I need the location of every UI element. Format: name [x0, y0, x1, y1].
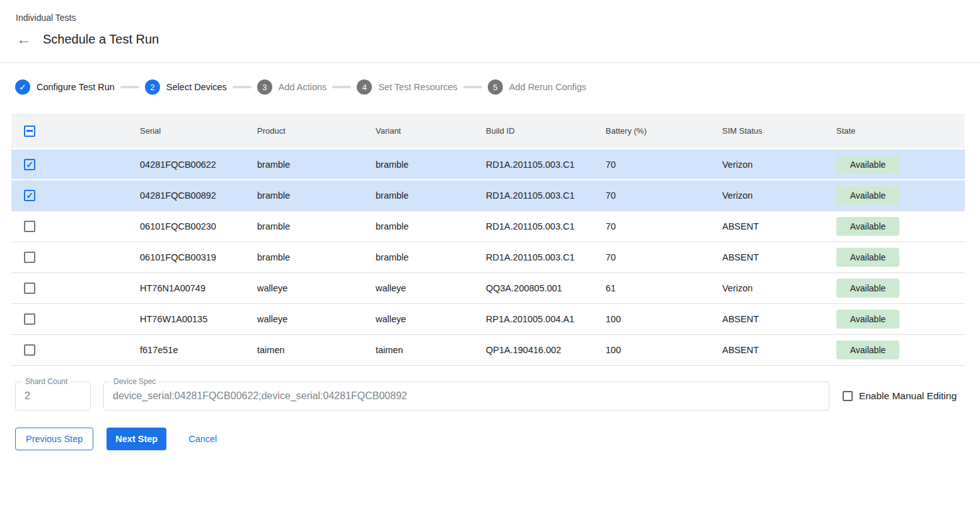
- shard-count-label: Shard Count: [22, 377, 71, 386]
- cancel-button[interactable]: Cancel: [178, 428, 227, 450]
- cell-product: walleye: [257, 272, 376, 303]
- column-header-variant: Variant: [376, 114, 486, 149]
- table-row[interactable]: ✓ 04281FQCB00892 bramble bramble RD1A.20…: [11, 180, 965, 211]
- shard-count-input[interactable]: [16, 382, 90, 410]
- cell-battery: 61: [606, 272, 722, 303]
- cell-product: taimen: [257, 334, 376, 365]
- row-checkbox[interactable]: [24, 283, 35, 294]
- back-button[interactable]: ←: [11, 26, 37, 52]
- cell-serial: 06101FQCB00319: [140, 242, 257, 272]
- cell-build-id: RP1A.201005.004.A1: [486, 303, 606, 334]
- state-badge: Available: [836, 155, 899, 174]
- cell-sim-status: ABSENT: [722, 334, 836, 365]
- enable-manual-editing-control[interactable]: Enable Manual Editing: [843, 390, 957, 402]
- cell-battery: 100: [606, 334, 722, 365]
- step-label: Configure Test Run: [37, 82, 115, 92]
- step-number-circle: 3: [257, 79, 272, 95]
- row-checkbox[interactable]: ✓: [24, 190, 35, 201]
- cell-battery: 70: [606, 180, 722, 211]
- cell-serial: f617e51e: [140, 334, 257, 365]
- shard-count-field: Shard Count: [15, 382, 91, 411]
- cell-sim-status: Verizon: [722, 272, 836, 303]
- cell-sim-status: ABSENT: [722, 303, 836, 334]
- cell-variant: bramble: [376, 211, 486, 242]
- cell-battery: 70: [606, 149, 722, 180]
- stepper-connector: [120, 86, 139, 88]
- table-row[interactable]: 06101FQCB00319 bramble bramble RD1A.2011…: [11, 242, 965, 272]
- cell-variant: taimen: [376, 334, 486, 365]
- cell-sim-status: Verizon: [722, 180, 836, 211]
- state-badge: Available: [836, 279, 899, 298]
- cell-variant: bramble: [376, 242, 486, 272]
- cell-variant: bramble: [376, 149, 486, 180]
- cell-serial: HT76W1A00135: [140, 303, 257, 334]
- column-header-battery: Battery (%): [606, 114, 722, 149]
- action-buttons: Previous Step Next Step Cancel: [15, 428, 965, 450]
- table-row[interactable]: ✓ 04281FQCB00622 bramble bramble RD1A.20…: [11, 149, 965, 180]
- state-badge: Available: [836, 186, 899, 205]
- table-row[interactable]: 06101FQCB00230 bramble bramble RD1A.2011…: [11, 211, 965, 242]
- cell-build-id: RD1A.201105.003.C1: [486, 242, 606, 272]
- stepper-step-add-actions[interactable]: 3 Add Actions: [257, 79, 327, 95]
- cell-variant: bramble: [376, 180, 486, 211]
- select-all-checkbox[interactable]: [24, 125, 35, 137]
- cell-build-id: RD1A.201105.003.C1: [486, 180, 606, 211]
- next-step-button[interactable]: Next Step: [107, 428, 166, 450]
- device-spec-field: Device Spec: [103, 382, 829, 411]
- column-header-serial: Serial: [140, 114, 257, 149]
- state-badge: Available: [836, 341, 899, 359]
- cell-sim-status: ABSENT: [722, 211, 836, 242]
- state-badge: Available: [836, 310, 899, 329]
- enable-manual-editing-label: Enable Manual Editing: [859, 390, 957, 402]
- step-label: Select Devices: [166, 82, 227, 92]
- cell-sim-status: Verizon: [722, 149, 836, 180]
- column-header-sim-status: SIM Status: [722, 114, 836, 149]
- cell-serial: 04281FQCB00892: [140, 180, 257, 211]
- row-checkbox[interactable]: [24, 313, 35, 325]
- step-number-circle: 5: [488, 79, 503, 95]
- table-row[interactable]: HT76N1A00749 walleye walleye QQ3A.200805…: [11, 272, 965, 303]
- page-title: Schedule a Test Run: [43, 32, 159, 47]
- row-checkbox[interactable]: [24, 252, 35, 263]
- previous-step-button[interactable]: Previous Step: [15, 428, 93, 450]
- cell-battery: 70: [606, 211, 722, 242]
- shard-device-spec-row: Shard Count Device Spec Enable Manual Ed…: [15, 382, 965, 411]
- stepper: ✓ Configure Test Run 2 Select Devices 3 …: [0, 64, 980, 110]
- stepper-step-configure-test-run[interactable]: ✓ Configure Test Run: [15, 79, 115, 95]
- page-header: Individual Tests ← Schedule a Test Run: [0, 0, 980, 63]
- step-number-circle: 2: [145, 79, 160, 95]
- cell-variant: walleye: [376, 272, 486, 303]
- stepper-connector: [233, 86, 251, 88]
- column-header-product: Product: [257, 114, 376, 149]
- step-label: Set Test Resources: [378, 82, 457, 92]
- table-row[interactable]: HT76W1A00135 walleye walleye RP1A.201005…: [11, 303, 965, 334]
- state-badge: Available: [836, 217, 899, 236]
- enable-manual-editing-checkbox[interactable]: [843, 391, 853, 401]
- row-checkbox[interactable]: [24, 221, 35, 232]
- breadcrumb: Individual Tests: [16, 13, 965, 23]
- stepper-connector: [463, 86, 482, 88]
- table-row[interactable]: f617e51e taimen taimen QP1A.190416.002 1…: [11, 334, 965, 365]
- cell-product: bramble: [257, 211, 376, 242]
- cell-battery: 70: [606, 242, 722, 272]
- row-checkbox[interactable]: [24, 344, 35, 356]
- cell-serial: HT76N1A00749: [140, 272, 257, 303]
- cell-product: walleye: [257, 303, 376, 334]
- stepper-step-add-rerun-configs[interactable]: 5 Add Rerun Configs: [488, 79, 587, 95]
- cell-variant: walleye: [376, 303, 486, 334]
- cell-product: bramble: [257, 242, 376, 272]
- row-checkbox[interactable]: ✓: [24, 159, 35, 170]
- cell-product: bramble: [257, 180, 376, 211]
- step-number-circle: 4: [357, 79, 372, 95]
- step-done-check-icon: ✓: [15, 79, 30, 95]
- cell-serial: 04281FQCB00622: [140, 149, 257, 180]
- device-spec-input[interactable]: [104, 382, 829, 410]
- stepper-connector: [332, 86, 351, 88]
- column-header-state: State: [836, 114, 965, 149]
- state-badge: Available: [836, 248, 899, 267]
- stepper-step-set-test-resources[interactable]: 4 Set Test Resources: [357, 79, 457, 95]
- device-spec-label: Device Spec: [110, 377, 159, 386]
- cell-build-id: RD1A.201105.003.C1: [486, 211, 606, 242]
- stepper-step-select-devices[interactable]: 2 Select Devices: [145, 79, 227, 95]
- step-label: Add Rerun Configs: [509, 82, 587, 92]
